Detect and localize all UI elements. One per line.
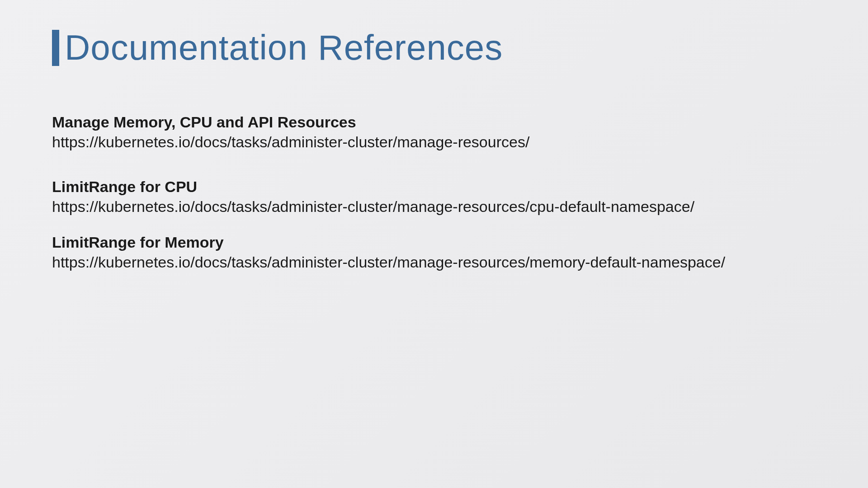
title-accent-bar [52,30,59,66]
page-title: Documentation References [65,27,503,68]
reference-block-limitrange-cpu: LimitRange for CPU https://kubernetes.io… [52,178,816,216]
content-area: Manage Memory, CPU and API Resources htt… [52,113,816,272]
reference-title: LimitRange for Memory [52,234,816,251]
title-row: Documentation References [52,27,816,68]
reference-block-manage-resources: Manage Memory, CPU and API Resources htt… [52,113,816,152]
reference-block-limitrange-memory: LimitRange for Memory https://kubernetes… [52,234,816,272]
reference-title: LimitRange for CPU [52,178,816,196]
reference-url: https://kubernetes.io/docs/tasks/adminis… [52,132,739,152]
reference-url: https://kubernetes.io/docs/tasks/adminis… [52,252,739,272]
reference-url: https://kubernetes.io/docs/tasks/adminis… [52,197,739,216]
reference-title: Manage Memory, CPU and API Resources [52,113,816,131]
slide-container: Documentation References Manage Memory, … [0,0,868,488]
